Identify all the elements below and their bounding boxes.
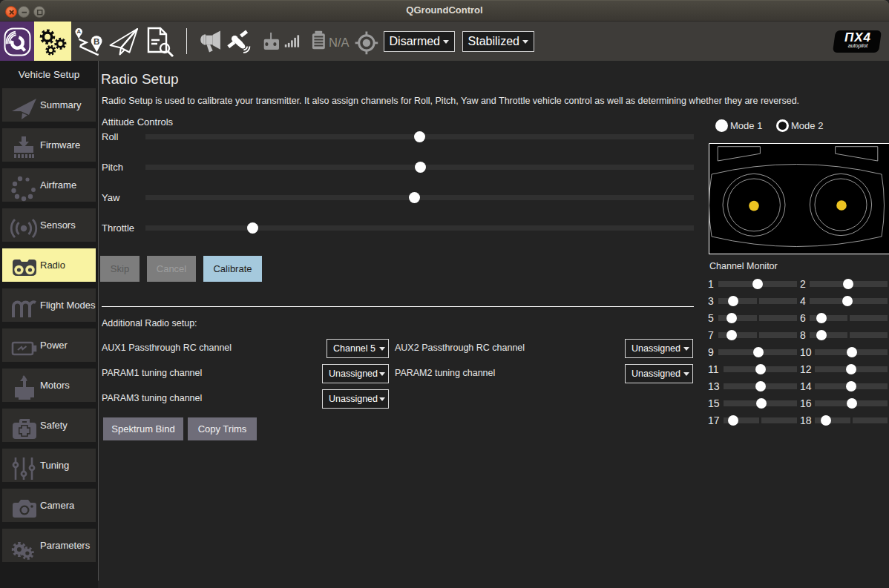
svg-text:N/A: N/A	[329, 36, 350, 49]
svg-text:B: B	[94, 37, 99, 46]
svg-text:A: A	[76, 28, 81, 35]
